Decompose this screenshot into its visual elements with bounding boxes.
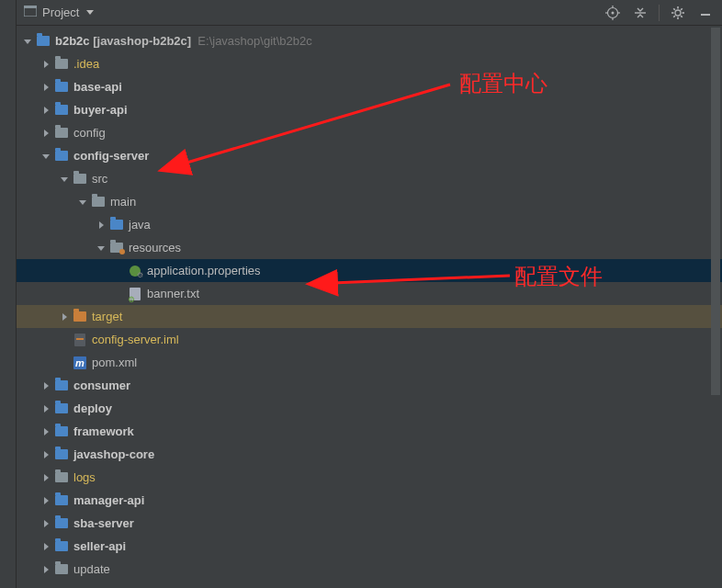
module-folder-icon: [53, 424, 70, 439]
node-label: framework: [73, 424, 134, 438]
tree-row-root[interactable]: b2b2c [javashop-b2b2c] E:\javashop\git\b…: [17, 29, 722, 52]
tree-row[interactable]: main: [17, 190, 722, 213]
node-label: application.properties: [147, 264, 261, 277]
tree-row[interactable]: consumer: [17, 374, 722, 397]
chevron-down-icon[interactable]: [57, 175, 72, 182]
module-folder-icon: [53, 447, 70, 462]
chevron-right-icon[interactable]: [39, 520, 53, 527]
folder-icon: [53, 470, 70, 485]
module-folder-icon: [53, 539, 70, 554]
node-label: main: [110, 195, 136, 209]
module-folder-icon: [35, 34, 51, 49]
svg-line-14: [673, 8, 675, 10]
folder-icon: [90, 195, 107, 209]
chevron-right-icon[interactable]: [39, 543, 53, 550]
svg-line-15: [681, 16, 683, 17]
svg-point-3: [612, 11, 615, 14]
chevron-right-icon[interactable]: [39, 428, 53, 435]
chevron-right-icon[interactable]: [39, 451, 53, 458]
vertical-scrollbar[interactable]: [711, 28, 720, 395]
chevron-right-icon[interactable]: [57, 313, 72, 321]
node-label: resources: [129, 241, 181, 254]
project-view-selector[interactable]: Project: [24, 6, 94, 19]
node-label: config-server.iml: [92, 333, 179, 346]
tree-row[interactable]: logs: [17, 466, 722, 489]
tree-row[interactable]: manager-api: [17, 489, 722, 512]
tree-row[interactable]: config: [17, 121, 722, 144]
node-label: base-api: [73, 80, 122, 94]
node-label: sba-server: [73, 516, 134, 530]
tree-row[interactable]: deploy: [17, 397, 722, 420]
tree-row[interactable]: framework: [17, 420, 722, 443]
chevron-right-icon[interactable]: [39, 497, 53, 504]
node-label: consumer: [73, 379, 130, 392]
project-tree[interactable]: b2b2c [javashop-b2b2c] E:\javashop\git\b…: [17, 26, 722, 581]
tree-row[interactable]: .idea: [17, 52, 722, 75]
side-tab-strip[interactable]: [0, 0, 17, 588]
tree-row-config-server[interactable]: config-server: [17, 144, 722, 167]
tree-row[interactable]: java: [17, 213, 722, 236]
tree-row[interactable]: buyer-api: [17, 98, 722, 121]
node-label: buyer-api: [73, 103, 128, 117]
tree-row[interactable]: sba-server: [17, 512, 722, 535]
minimize-icon[interactable]: [696, 4, 715, 22]
chevron-right-icon[interactable]: [39, 107, 53, 114]
node-label: java: [129, 218, 151, 232]
node-label: deploy: [73, 401, 112, 415]
chevron-right-icon[interactable]: [39, 474, 53, 481]
chevron-right-icon[interactable]: [39, 382, 53, 390]
tree-row[interactable]: seller-api: [17, 535, 722, 558]
resources-folder-icon: [108, 241, 125, 255]
chevron-down-icon[interactable]: [39, 153, 53, 159]
tree-row[interactable]: config-server.iml: [17, 328, 722, 351]
gear-icon[interactable]: [669, 4, 687, 22]
root-bracket: [javashop-b2b2c]: [93, 34, 191, 48]
tree-row[interactable]: resources: [17, 236, 722, 259]
root-path: E:\javashop\git\b2b2c: [197, 34, 311, 48]
chevron-down-icon[interactable]: [94, 244, 108, 251]
chevron-right-icon[interactable]: [39, 61, 53, 68]
locate-target-icon[interactable]: [604, 4, 622, 22]
node-label: src: [92, 172, 107, 186]
maven-file-icon: m: [72, 356, 88, 370]
file-icon: [127, 287, 143, 301]
folder-icon: [72, 172, 88, 187]
chevron-down-icon[interactable]: [20, 38, 35, 44]
node-label: config: [73, 126, 106, 140]
module-folder-icon: [53, 401, 70, 416]
chevron-right-icon[interactable]: [39, 405, 53, 413]
node-label: .idea: [73, 57, 99, 71]
svg-rect-18: [701, 14, 710, 16]
toolbar-divider: [659, 5, 660, 21]
chevron-down-icon[interactable]: [75, 198, 90, 205]
tree-row-target[interactable]: target: [17, 305, 722, 328]
tree-row[interactable]: update: [17, 558, 722, 581]
module-folder-icon: [53, 149, 70, 164]
tree-row[interactable]: javashop-core: [17, 443, 722, 466]
tree-row[interactable]: m pom.xml: [17, 351, 722, 374]
chevron-right-icon[interactable]: [39, 130, 53, 137]
svg-rect-1: [24, 6, 37, 8]
project-icon: [24, 6, 37, 19]
module-folder-icon: [53, 516, 70, 531]
chevron-down-icon: [86, 10, 94, 15]
tree-row[interactable]: base-api: [17, 75, 722, 98]
properties-file-icon: [127, 264, 143, 278]
chevron-right-icon[interactable]: [39, 84, 53, 91]
node-label: seller-api: [73, 539, 126, 553]
chevron-right-icon[interactable]: [94, 221, 108, 229]
chevron-right-icon[interactable]: [39, 566, 53, 573]
node-label: pom.xml: [92, 356, 137, 369]
project-toolbar: Project: [17, 0, 722, 26]
module-folder-icon: [53, 80, 70, 95]
tree-row[interactable]: src: [17, 167, 722, 190]
tree-row[interactable]: banner.txt: [17, 282, 722, 305]
tree-row-application-properties[interactable]: application.properties: [17, 259, 722, 282]
folder-icon: [53, 562, 70, 577]
collapse-all-icon[interactable]: [631, 4, 649, 22]
node-label: logs: [73, 470, 96, 484]
project-label: Project: [42, 6, 79, 19]
node-label: update: [73, 562, 110, 576]
node-label: javashop-core: [73, 447, 154, 461]
node-label: target: [92, 310, 122, 323]
